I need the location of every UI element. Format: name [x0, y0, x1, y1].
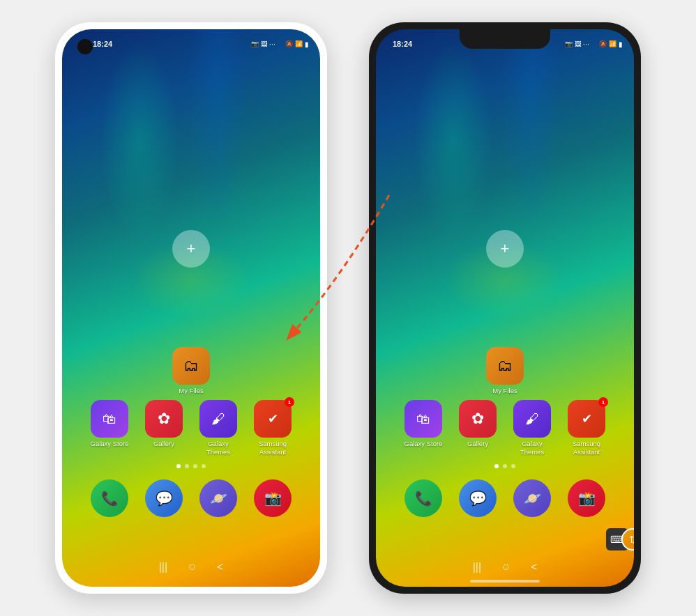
app-galaxy-store-icon-2[interactable]: 🛍 [404, 400, 442, 438]
app-myfiles-wrapper-2[interactable]: 🗂 My Files [483, 347, 527, 394]
phone1-samsung: 18:24 📷 🖼 ··· 🔕 📶 ▮ + 🗂 [55, 22, 327, 594]
mute-icon-2: 🔕 [599, 40, 607, 47]
dock-screenlayer-wrapper[interactable]: 📸 [250, 479, 295, 517]
samsung-assistant-badge-2: 1 [598, 397, 608, 407]
app-area-1: 🗂 My Files 🛍 Galaxy Store ✿ Ga [62, 347, 320, 517]
phone2-notch [460, 29, 550, 49]
app-gallery-icon[interactable]: ✿ [145, 400, 183, 438]
app-row-myfiles-2: 🗂 My Files [483, 347, 527, 394]
signal-icon: 📶 [295, 40, 303, 47]
dock-screenlayer-wrapper-2[interactable]: 📸 [564, 479, 609, 517]
app-galaxy-store-icon[interactable]: 🛍 [91, 400, 128, 438]
app-samsung-assistant-icon[interactable]: ✔ 1 [254, 400, 292, 438]
app-galaxy-store-wrapper[interactable]: 🛍 Galaxy Store [87, 400, 132, 456]
app-galaxy-store-wrapper-2[interactable]: 🛍 Galaxy Store [401, 400, 446, 456]
add-widget-button-2[interactable]: + [486, 230, 524, 268]
status-time-2: 18:24 [393, 40, 412, 48]
nav-recent-1[interactable]: ||| [159, 561, 167, 573]
page-dots-2 [494, 464, 515, 468]
dock-messages-wrapper-2[interactable]: 💬 [455, 479, 500, 517]
app-gallery-icon-2[interactable]: ✿ [459, 400, 497, 438]
myfiles-label-2: My Files [492, 387, 517, 394]
galaxy-themes-glyph-2: 🖌 [525, 411, 539, 427]
dock-phone-icon-2[interactable]: 📞 [404, 479, 442, 517]
app-row-myfiles: 🗂 My Files [169, 347, 213, 394]
galaxy-store-label-2: Galaxy Store [404, 440, 443, 447]
bixby-glyph: 🪐 [210, 490, 227, 507]
galaxy-themes-label-1: Galaxy Themes [196, 440, 241, 456]
status-bar-1: 18:24 📷 🖼 ··· 🔕 📶 ▮ [62, 29, 320, 54]
app-galaxy-themes-wrapper-2[interactable]: 🖌 Galaxy Themes [510, 400, 554, 456]
dock-messages-icon[interactable]: 💬 [145, 479, 183, 517]
app-myfiles-wrapper[interactable]: 🗂 My Files [169, 347, 213, 394]
nav-back-1[interactable]: < [217, 561, 223, 573]
dock-messages-icon-2[interactable]: 💬 [459, 479, 497, 517]
samsung-assistant-glyph-2: ✔ [582, 411, 592, 426]
battery-icon-2: ▮ [619, 40, 623, 48]
dock-row-1: 📞 💬 🪐 📸 [87, 479, 295, 517]
dot-1-3 [193, 464, 197, 468]
mute-icon: 🔕 [285, 40, 293, 47]
signal-icon-2: 📶 [609, 40, 616, 47]
gallery-glyph: ✿ [158, 410, 170, 428]
app-galaxy-themes-wrapper[interactable]: 🖌 Galaxy Themes [196, 400, 241, 456]
dock-messages-wrapper[interactable]: 💬 [142, 479, 186, 517]
dock-phone-wrapper[interactable]: 📞 [87, 479, 132, 517]
dot-2-2 [503, 464, 507, 468]
nav-home-1[interactable]: ○ [188, 560, 196, 574]
add-widget-circle: + [172, 230, 210, 268]
dock-row-2: 📞 💬 🪐 📸 [401, 479, 609, 517]
phone1-screen: 18:24 📷 🖼 ··· 🔕 📶 ▮ + 🗂 [62, 29, 320, 587]
phone1-camera [77, 39, 93, 54]
dot-1-2 [185, 464, 189, 468]
dot-2-active [494, 464, 499, 468]
dot-1-4 [202, 464, 206, 468]
page-dots-1 [176, 464, 206, 468]
app-gallery-wrapper-2[interactable]: ✿ Gallery [455, 400, 500, 456]
dot-2-3 [511, 464, 515, 468]
dock-phone-icon[interactable]: 📞 [91, 479, 128, 517]
nav-home-2[interactable]: ○ [502, 560, 510, 574]
plus-icon-2: + [501, 240, 510, 258]
app-gallery-wrapper[interactable]: ✿ Gallery [142, 400, 186, 456]
dock-bixby-icon[interactable]: 🪐 [199, 479, 237, 517]
add-widget-button[interactable]: + [172, 230, 210, 268]
screenlayer-glyph-2: 📸 [578, 490, 596, 507]
gallery-glyph-2: ✿ [471, 410, 484, 428]
camera-status-icon-2: 📷 [565, 40, 573, 47]
app-row-2: 🛍 Galaxy Store ✿ Gallery 🖌 Galaxy Themes [87, 400, 295, 456]
dock-bixby-wrapper[interactable]: 🪐 [196, 479, 241, 517]
app-galaxy-themes-icon[interactable]: 🖌 [199, 400, 237, 438]
samsung-assistant-label-2: Samsung Assistant [573, 440, 600, 456]
dock-screenlayer-icon-2[interactable]: 📸 [568, 479, 605, 517]
messages-glyph-2: 💬 [469, 490, 487, 507]
more-status-icon: ··· [269, 40, 275, 48]
dock-bixby-wrapper-2[interactable]: 🪐 [510, 479, 554, 517]
app-myfiles-icon[interactable]: 🗂 [172, 347, 210, 385]
app-galaxy-themes-icon-2[interactable]: 🖌 [513, 400, 551, 438]
dock-phone-wrapper-2[interactable]: 📞 [401, 479, 446, 517]
nav-recent-2[interactable]: ||| [473, 561, 481, 573]
status-icons-2: 📷 🖼 ··· 🔕 📶 ▮ [565, 40, 623, 48]
home-bar [470, 580, 540, 583]
more-status-icon-2: ··· [583, 40, 589, 48]
app-area-2: 🗂 My Files 🛍 Galaxy Store ✿ Ga [376, 347, 634, 517]
bixby-glyph-2: 🪐 [524, 490, 541, 507]
dot-1-active [176, 464, 181, 468]
app-samsung-assistant-wrapper-2[interactable]: ✔ 1 Samsung Assistant [564, 400, 609, 456]
galaxy-store-label: Galaxy Store [91, 440, 129, 447]
galaxy-store-glyph: 🛍 [103, 411, 116, 427]
messages-glyph: 💬 [156, 490, 173, 507]
phone2-iphone: 18:24 📷 🖼 ··· 🔕 📶 ▮ + 🗂 [369, 22, 641, 594]
myfiles-glyph-2: 🗂 [497, 357, 513, 375]
nav-back-2[interactable]: < [531, 561, 537, 573]
galaxy-store-glyph-2: 🛍 [416, 411, 430, 427]
app-samsung-assistant-icon-2[interactable]: ✔ 1 [568, 400, 605, 438]
status-time-1: 18:24 [93, 40, 112, 48]
app-samsung-assistant-wrapper[interactable]: ✔ 1 Samsung Assistant [250, 400, 295, 456]
samsung-assistant-badge: 1 [285, 397, 294, 407]
status-icons-1: 📷 🖼 ··· 🔕 📶 ▮ [251, 40, 309, 48]
dock-bixby-icon-2[interactable]: 🪐 [513, 479, 551, 517]
dock-screenlayer-icon[interactable]: 📸 [254, 479, 292, 517]
app-myfiles-icon-2[interactable]: 🗂 [486, 347, 524, 385]
